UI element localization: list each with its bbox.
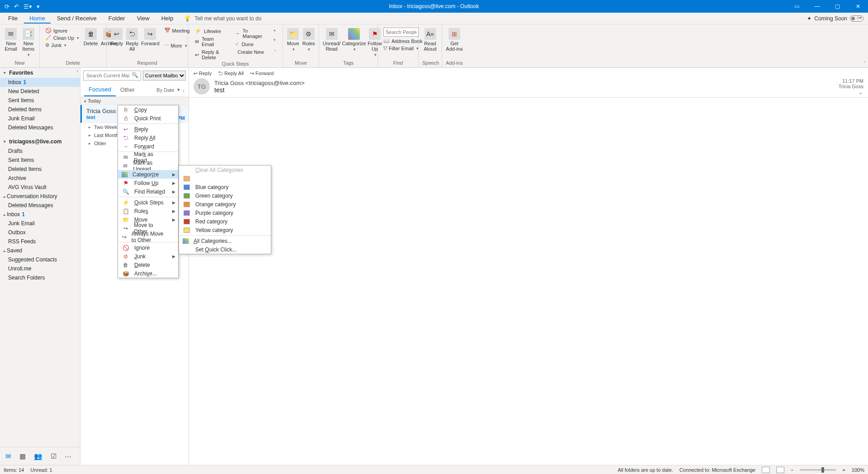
ctx-archive[interactable]: 📦Archive... [118, 269, 178, 278]
tab-home[interactable]: Home [24, 13, 51, 24]
cleanup-button[interactable]: 🧹Clean Up [43, 34, 81, 41]
nav-item[interactable]: Archive [0, 174, 80, 183]
search-scope-select[interactable]: Current Mailbox [143, 71, 186, 81]
view-normal-button[interactable] [762, 467, 770, 473]
nav-item[interactable]: Junk Email [0, 114, 80, 123]
ctx-categorize[interactable]: Categorize▶ [118, 170, 178, 179]
reply-all-button[interactable]: ⮌Reply All [126, 27, 138, 52]
expand-header-icon[interactable]: ⌄ [859, 90, 863, 95]
read-replyall-button[interactable]: ⮌ Reply All [218, 71, 244, 76]
quickstep-tomanager[interactable]: →To Manager [232, 27, 269, 40]
move-button[interactable]: 📁Move [287, 27, 300, 52]
more-views-icon[interactable]: ⋯ [65, 452, 71, 460]
tab-view[interactable]: View [132, 13, 155, 24]
ctx-copy[interactable]: ⎘Copy [118, 105, 178, 114]
ctx-markunread[interactable]: ✉Mark as Unread [118, 161, 178, 170]
cat-item[interactable]: Blue category [179, 183, 271, 191]
people-view-icon[interactable]: 👥 [34, 452, 42, 460]
quicksteps-up[interactable]: ▴ [272, 27, 279, 33]
ctx-replyall[interactable]: ⮌Reply All [118, 133, 178, 142]
ctx-findrelated[interactable]: 🔍Find Related▶ [118, 187, 178, 196]
account-header[interactable]: triciagoss@live.com [0, 137, 80, 147]
nav-item[interactable]: Junk Email [0, 219, 80, 228]
zoom-slider[interactable] [800, 469, 836, 471]
tab-folder[interactable]: Folder [103, 13, 131, 24]
nav-item[interactable]: Outbox [0, 228, 80, 237]
read-forward-button[interactable]: ↪ Forward [250, 71, 274, 76]
coming-soon-toggle[interactable]: Off [850, 15, 863, 22]
quickstep-done[interactable]: ✓Done [232, 40, 269, 48]
nav-item[interactable]: AVG Virus Vault [0, 183, 80, 192]
tasks-view-icon[interactable]: ☑ [51, 452, 57, 460]
categorize-button[interactable]: Categorize [343, 27, 365, 52]
tell-me[interactable]: 💡 Tell me what you want to do [184, 15, 261, 22]
nav-item[interactable]: New Deleted [0, 87, 80, 96]
reply-button[interactable]: ↩Reply [110, 27, 123, 46]
ctx-quickprint[interactable]: ⎙Quick Print [118, 114, 178, 123]
cat-all[interactable]: All Categories... [179, 237, 271, 245]
mail-view-icon[interactable]: ✉ [5, 452, 11, 460]
collapse-ribbon-icon[interactable]: ˆ [864, 62, 865, 66]
minimize-icon[interactable]: — [807, 0, 827, 13]
ribbon-display-icon[interactable]: ▭ [787, 0, 807, 13]
tab-other[interactable]: Other [116, 84, 140, 96]
nav-item[interactable]: ▸Saved [0, 246, 80, 255]
zoom-in-icon[interactable]: + [842, 467, 845, 473]
read-reply-button[interactable]: ↩ Reply [193, 71, 212, 76]
nav-item[interactable]: Deleted Items [0, 105, 80, 114]
maximize-icon[interactable]: ▢ [827, 0, 848, 13]
rules-button[interactable]: ⚙Rules [302, 27, 316, 52]
unread-button[interactable]: ✉Unread/ Read [323, 27, 340, 52]
nav-item[interactable]: Deleted Items [0, 165, 80, 174]
coming-soon-label[interactable]: Coming Soon [814, 15, 847, 22]
new-items-button[interactable]: 📑New Items [21, 27, 36, 57]
close-icon[interactable]: ✕ [848, 0, 868, 13]
quicksteps-launcher[interactable]: ⌄ [272, 47, 279, 52]
favorites-header[interactable]: Favorites [0, 68, 80, 78]
more-respond-button[interactable]: ⋯More [162, 42, 192, 49]
nav-item[interactable]: Deleted Messages [0, 201, 80, 210]
cat-quickclick[interactable]: Set Quick Click... [179, 245, 271, 254]
getaddins-button[interactable]: ⊞Get Add-ins [446, 27, 463, 52]
new-email-button[interactable]: ✉New Email [4, 27, 19, 52]
undo-icon[interactable]: ↶ [14, 3, 19, 10]
cat-item-custom[interactable] [179, 174, 271, 183]
cat-item[interactable]: Green category [179, 191, 271, 200]
ctx-followup[interactable]: ⚑Follow Up▶ [118, 179, 178, 187]
ignore-button[interactable]: 🚫Ignore [43, 27, 81, 34]
ctx-ignore[interactable]: 🚫Ignore [118, 243, 178, 252]
ctx-forward[interactable]: →Forward [118, 142, 178, 151]
filteremail-button[interactable]: ▽Filter Email [382, 45, 424, 52]
qat-customize-icon[interactable]: ▾ [37, 3, 40, 10]
quickstep-createnew[interactable]: Create New [232, 48, 269, 56]
calendar-view-icon[interactable]: ▦ [19, 452, 26, 460]
tab-help[interactable]: Help [156, 13, 179, 24]
quickstep-lifewire[interactable]: ⚡Lifewire [192, 27, 229, 35]
junk-button[interactable]: ⊘Junk [43, 42, 81, 48]
search-icon[interactable]: 🔍 [132, 72, 138, 78]
send-receive-icon[interactable]: ⟳ [5, 3, 9, 10]
sort-button[interactable]: By Date▾↓ [156, 87, 185, 93]
nav-item[interactable]: Suggested Contacts [0, 255, 80, 264]
ctx-rules[interactable]: 📋Rules▶ [118, 207, 178, 215]
cat-item[interactable]: Yellow category [179, 226, 271, 234]
ctx-quicksteps[interactable]: ⚡Quick Steps▶ [118, 198, 178, 207]
ctx-delete[interactable]: 🗑Delete [118, 261, 178, 269]
cat-item[interactable]: Orange category [179, 200, 271, 209]
nav-item[interactable]: Inbox1 [0, 78, 80, 87]
zoom-out-icon[interactable]: − [791, 467, 793, 473]
cat-item[interactable]: Red category [179, 217, 271, 226]
quickstep-teamemail[interactable]: ✉Team Email [192, 35, 229, 48]
nav-item[interactable]: Sent Items [0, 96, 80, 105]
ctx-junk[interactable]: ⊘Junk▶ [118, 252, 178, 261]
readaloud-button[interactable]: A»Read Aloud [422, 27, 438, 52]
nav-item[interactable]: Unroll.me [0, 264, 80, 273]
tab-file[interactable]: File [3, 13, 23, 24]
group-today[interactable]: Today [80, 97, 189, 105]
tab-send-receive[interactable]: Send / Receive [52, 13, 102, 24]
ctx-alwaysmove[interactable]: ↪Always Move to Other [118, 232, 178, 241]
nav-item[interactable]: Drafts [0, 147, 80, 156]
nav-item[interactable]: Sent Items [0, 156, 80, 165]
view-reading-button[interactable] [776, 467, 784, 473]
quicksteps-down[interactable]: ▾ [272, 37, 279, 43]
